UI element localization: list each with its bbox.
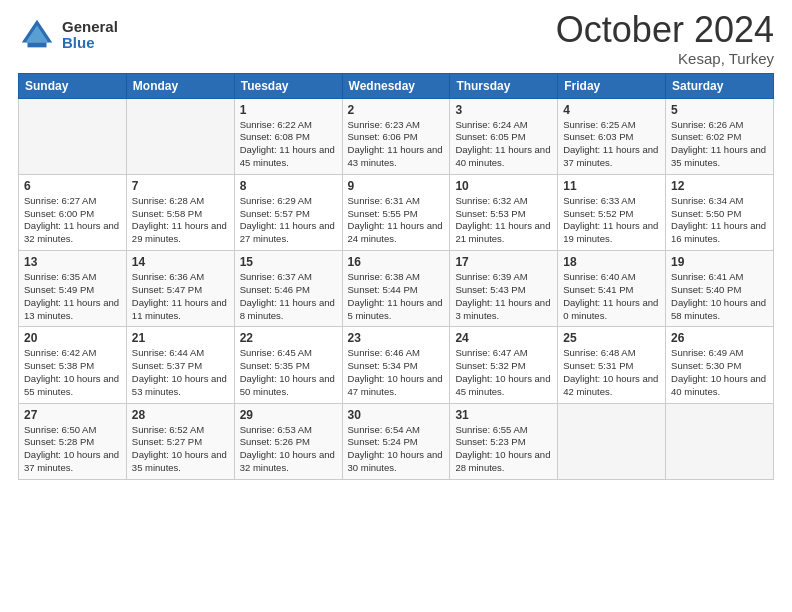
day-number: 16 [348, 255, 445, 269]
calendar-cell [558, 403, 666, 479]
title-block: October 2024 Kesap, Turkey [556, 10, 774, 67]
day-info: Sunrise: 6:42 AMSunset: 5:38 PMDaylight:… [24, 347, 121, 398]
day-info: Sunrise: 6:22 AMSunset: 6:08 PMDaylight:… [240, 119, 337, 170]
calendar-cell: 3Sunrise: 6:24 AMSunset: 6:05 PMDaylight… [450, 98, 558, 174]
calendar-cell: 31Sunrise: 6:55 AMSunset: 5:23 PMDayligh… [450, 403, 558, 479]
calendar-cell [126, 98, 234, 174]
calendar-cell: 7Sunrise: 6:28 AMSunset: 5:58 PMDaylight… [126, 174, 234, 250]
day-number: 12 [671, 179, 768, 193]
day-number: 21 [132, 331, 229, 345]
month-title: October 2024 [556, 10, 774, 50]
day-info: Sunrise: 6:46 AMSunset: 5:34 PMDaylight:… [348, 347, 445, 398]
day-number: 23 [348, 331, 445, 345]
day-info: Sunrise: 6:54 AMSunset: 5:24 PMDaylight:… [348, 424, 445, 475]
calendar-cell: 2Sunrise: 6:23 AMSunset: 6:06 PMDaylight… [342, 98, 450, 174]
calendar-cell: 21Sunrise: 6:44 AMSunset: 5:37 PMDayligh… [126, 327, 234, 403]
calendar-cell: 10Sunrise: 6:32 AMSunset: 5:53 PMDayligh… [450, 174, 558, 250]
calendar-cell: 6Sunrise: 6:27 AMSunset: 6:00 PMDaylight… [19, 174, 127, 250]
calendar-cell: 12Sunrise: 6:34 AMSunset: 5:50 PMDayligh… [666, 174, 774, 250]
day-info: Sunrise: 6:48 AMSunset: 5:31 PMDaylight:… [563, 347, 660, 398]
calendar-cell: 22Sunrise: 6:45 AMSunset: 5:35 PMDayligh… [234, 327, 342, 403]
calendar-cell: 16Sunrise: 6:38 AMSunset: 5:44 PMDayligh… [342, 251, 450, 327]
page: General Blue October 2024 Kesap, Turkey … [0, 0, 792, 612]
day-number: 1 [240, 103, 337, 117]
day-number: 2 [348, 103, 445, 117]
day-info: Sunrise: 6:39 AMSunset: 5:43 PMDaylight:… [455, 271, 552, 322]
day-info: Sunrise: 6:23 AMSunset: 6:06 PMDaylight:… [348, 119, 445, 170]
day-info: Sunrise: 6:55 AMSunset: 5:23 PMDaylight:… [455, 424, 552, 475]
day-info: Sunrise: 6:38 AMSunset: 5:44 PMDaylight:… [348, 271, 445, 322]
calendar-cell: 14Sunrise: 6:36 AMSunset: 5:47 PMDayligh… [126, 251, 234, 327]
calendar-cell: 28Sunrise: 6:52 AMSunset: 5:27 PMDayligh… [126, 403, 234, 479]
day-info: Sunrise: 6:49 AMSunset: 5:30 PMDaylight:… [671, 347, 768, 398]
calendar-cell: 29Sunrise: 6:53 AMSunset: 5:26 PMDayligh… [234, 403, 342, 479]
day-number: 4 [563, 103, 660, 117]
calendar-body: 1Sunrise: 6:22 AMSunset: 6:08 PMDaylight… [19, 98, 774, 479]
logo: General Blue [18, 16, 118, 54]
logo-general-text: General [62, 19, 118, 36]
calendar-cell: 15Sunrise: 6:37 AMSunset: 5:46 PMDayligh… [234, 251, 342, 327]
calendar-cell: 11Sunrise: 6:33 AMSunset: 5:52 PMDayligh… [558, 174, 666, 250]
logo-text: General Blue [62, 19, 118, 52]
day-info: Sunrise: 6:28 AMSunset: 5:58 PMDaylight:… [132, 195, 229, 246]
day-info: Sunrise: 6:53 AMSunset: 5:26 PMDaylight:… [240, 424, 337, 475]
day-info: Sunrise: 6:47 AMSunset: 5:32 PMDaylight:… [455, 347, 552, 398]
day-info: Sunrise: 6:37 AMSunset: 5:46 PMDaylight:… [240, 271, 337, 322]
day-number: 30 [348, 408, 445, 422]
day-number: 3 [455, 103, 552, 117]
calendar-table: Sunday Monday Tuesday Wednesday Thursday… [18, 73, 774, 480]
day-info: Sunrise: 6:36 AMSunset: 5:47 PMDaylight:… [132, 271, 229, 322]
col-monday: Monday [126, 73, 234, 98]
day-number: 22 [240, 331, 337, 345]
day-number: 26 [671, 331, 768, 345]
calendar-cell: 24Sunrise: 6:47 AMSunset: 5:32 PMDayligh… [450, 327, 558, 403]
day-info: Sunrise: 6:29 AMSunset: 5:57 PMDaylight:… [240, 195, 337, 246]
day-info: Sunrise: 6:32 AMSunset: 5:53 PMDaylight:… [455, 195, 552, 246]
col-saturday: Saturday [666, 73, 774, 98]
day-number: 17 [455, 255, 552, 269]
col-sunday: Sunday [19, 73, 127, 98]
calendar-cell: 17Sunrise: 6:39 AMSunset: 5:43 PMDayligh… [450, 251, 558, 327]
calendar-cell: 30Sunrise: 6:54 AMSunset: 5:24 PMDayligh… [342, 403, 450, 479]
day-info: Sunrise: 6:44 AMSunset: 5:37 PMDaylight:… [132, 347, 229, 398]
col-tuesday: Tuesday [234, 73, 342, 98]
day-number: 31 [455, 408, 552, 422]
location: Kesap, Turkey [556, 50, 774, 67]
day-info: Sunrise: 6:52 AMSunset: 5:27 PMDaylight:… [132, 424, 229, 475]
calendar-week-1: 1Sunrise: 6:22 AMSunset: 6:08 PMDaylight… [19, 98, 774, 174]
day-number: 27 [24, 408, 121, 422]
day-number: 8 [240, 179, 337, 193]
day-number: 19 [671, 255, 768, 269]
calendar-cell: 13Sunrise: 6:35 AMSunset: 5:49 PMDayligh… [19, 251, 127, 327]
day-info: Sunrise: 6:26 AMSunset: 6:02 PMDaylight:… [671, 119, 768, 170]
calendar-cell: 1Sunrise: 6:22 AMSunset: 6:08 PMDaylight… [234, 98, 342, 174]
calendar-header: Sunday Monday Tuesday Wednesday Thursday… [19, 73, 774, 98]
day-info: Sunrise: 6:34 AMSunset: 5:50 PMDaylight:… [671, 195, 768, 246]
calendar-cell: 18Sunrise: 6:40 AMSunset: 5:41 PMDayligh… [558, 251, 666, 327]
calendar-week-5: 27Sunrise: 6:50 AMSunset: 5:28 PMDayligh… [19, 403, 774, 479]
calendar-week-2: 6Sunrise: 6:27 AMSunset: 6:00 PMDaylight… [19, 174, 774, 250]
day-number: 29 [240, 408, 337, 422]
day-info: Sunrise: 6:40 AMSunset: 5:41 PMDaylight:… [563, 271, 660, 322]
calendar-cell: 26Sunrise: 6:49 AMSunset: 5:30 PMDayligh… [666, 327, 774, 403]
day-info: Sunrise: 6:24 AMSunset: 6:05 PMDaylight:… [455, 119, 552, 170]
day-number: 5 [671, 103, 768, 117]
day-info: Sunrise: 6:27 AMSunset: 6:00 PMDaylight:… [24, 195, 121, 246]
day-number: 15 [240, 255, 337, 269]
header: General Blue October 2024 Kesap, Turkey [18, 10, 774, 67]
calendar-week-4: 20Sunrise: 6:42 AMSunset: 5:38 PMDayligh… [19, 327, 774, 403]
day-number: 18 [563, 255, 660, 269]
calendar-cell: 8Sunrise: 6:29 AMSunset: 5:57 PMDaylight… [234, 174, 342, 250]
day-number: 14 [132, 255, 229, 269]
calendar-cell: 9Sunrise: 6:31 AMSunset: 5:55 PMDaylight… [342, 174, 450, 250]
col-wednesday: Wednesday [342, 73, 450, 98]
calendar-cell: 19Sunrise: 6:41 AMSunset: 5:40 PMDayligh… [666, 251, 774, 327]
day-number: 10 [455, 179, 552, 193]
day-number: 24 [455, 331, 552, 345]
day-info: Sunrise: 6:31 AMSunset: 5:55 PMDaylight:… [348, 195, 445, 246]
logo-blue-text: Blue [62, 35, 118, 52]
svg-rect-2 [28, 43, 47, 48]
day-info: Sunrise: 6:35 AMSunset: 5:49 PMDaylight:… [24, 271, 121, 322]
day-number: 25 [563, 331, 660, 345]
header-row: Sunday Monday Tuesday Wednesday Thursday… [19, 73, 774, 98]
